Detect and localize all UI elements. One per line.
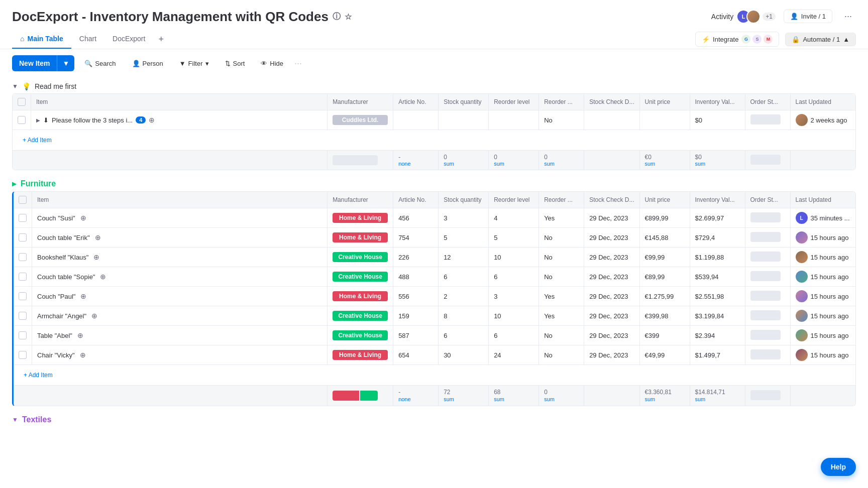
add-item-row-f[interactable]: + Add Item bbox=[14, 365, 855, 386]
new-item-button[interactable]: New Item ▼ bbox=[12, 55, 74, 71]
row-avatar-f-0: L bbox=[796, 212, 808, 224]
add-subitem-icon-f-6[interactable]: ⊕ bbox=[77, 331, 83, 339]
section-furniture: ▶ Furniture Item Manufacturer Article No… bbox=[12, 174, 856, 406]
integrate-button[interactable]: ⚡ Integrate G S M bbox=[695, 32, 779, 47]
info-icon[interactable]: ⓘ bbox=[333, 12, 341, 22]
add-subitem-icon[interactable]: ⊕ bbox=[149, 116, 155, 124]
add-subitem-icon-f-3[interactable]: ⊕ bbox=[100, 273, 106, 281]
table-row: Couch "Susi" ⊕ Home & Living 456 3 4 Yes… bbox=[14, 208, 855, 228]
row-checkbox-f-7[interactable] bbox=[19, 351, 27, 359]
table-row: Armchair "Angel" ⊕ Creative House 159 8 … bbox=[14, 306, 855, 326]
tabs-bar: ⌂ Main Table Chart DocExport + ⚡ Integra… bbox=[0, 30, 868, 49]
th-stock-check-rm: Stock Check D... bbox=[584, 94, 639, 110]
home-icon: ⌂ bbox=[20, 35, 24, 43]
chevron-up-icon: ▲ bbox=[843, 36, 849, 43]
th-item-rm: Item bbox=[31, 94, 328, 110]
th-order-f: Order St... bbox=[745, 192, 790, 208]
row-checkbox-f-6[interactable] bbox=[19, 331, 27, 339]
th-reorder-rm: Reorder ... bbox=[539, 94, 584, 110]
row-checkbox-f-2[interactable] bbox=[19, 253, 27, 261]
add-subitem-icon-f-5[interactable]: ⊕ bbox=[91, 312, 97, 320]
activity-button[interactable]: Activity L +1 bbox=[711, 10, 776, 24]
row-checkbox-f-1[interactable] bbox=[19, 233, 27, 241]
item-name-f-7: Chair "Vicky" bbox=[37, 351, 75, 359]
table-row: Bookshelf "Klaus" ⊕ Creative House 226 1… bbox=[14, 248, 855, 267]
item-badge-rm-1: 4 bbox=[136, 116, 146, 124]
item-cell-f-3: Couch table "Sopie" ⊕ bbox=[37, 273, 322, 281]
last-updated-cell-f-3: 15 hours ago bbox=[796, 271, 851, 283]
item-cell-f-1: Couch table "Erik" ⊕ bbox=[37, 233, 322, 241]
filter-button[interactable]: ▼ Filter ▾ bbox=[173, 57, 215, 70]
th-stock-f: Stock quantity bbox=[439, 192, 489, 208]
table-row: Couch table "Erik" ⊕ Home & Living 754 5… bbox=[14, 228, 855, 248]
row-checkbox-f-0[interactable] bbox=[19, 214, 27, 222]
row-checkbox-f-5[interactable] bbox=[19, 312, 27, 320]
help-button[interactable]: Help bbox=[821, 458, 856, 476]
row-checkbox-rm-1[interactable] bbox=[18, 116, 26, 124]
avatar-img bbox=[746, 10, 761, 24]
more-options-button[interactable]: ··· bbox=[840, 9, 856, 24]
section-furniture-toggle[interactable]: ▶ bbox=[12, 180, 17, 187]
automate-button[interactable]: 🔒 Automate / 1 ▲ bbox=[785, 33, 856, 46]
last-updated-text-f-6: 15 hours ago bbox=[811, 332, 849, 339]
app-title: DocExport - Inventory Management with QR… bbox=[12, 9, 352, 25]
section-textiles-title: Textiles bbox=[22, 415, 51, 424]
slack-icon: S bbox=[752, 35, 762, 44]
last-updated-text-rm-1: 2 weeks ago bbox=[811, 116, 847, 124]
person-button[interactable]: 👤 Person bbox=[126, 57, 169, 70]
row-checkbox-f-3[interactable] bbox=[19, 273, 27, 281]
item-cell-rm-1: ▶ ⬇ Please follow the 3 steps i... 4 ⊕ bbox=[36, 116, 322, 124]
item-name-f-5: Armchair "Angel" bbox=[37, 312, 86, 320]
select-all-f[interactable] bbox=[19, 196, 27, 204]
item-cell-f-6: Table "Abel" ⊕ bbox=[37, 331, 322, 339]
hide-button[interactable]: 👁 Hide bbox=[255, 57, 289, 70]
section-textiles: ▼ Textiles bbox=[12, 410, 856, 427]
last-updated-cell-f-2: 15 hours ago bbox=[796, 251, 851, 263]
order-status-box-f-1 bbox=[750, 232, 781, 242]
add-subitem-icon-f-2[interactable]: ⊕ bbox=[93, 253, 99, 261]
item-cell-f-2: Bookshelf "Klaus" ⊕ bbox=[37, 253, 322, 261]
sort-button[interactable]: ⇅ Sort bbox=[219, 57, 251, 70]
th-order-rm: Order St... bbox=[745, 94, 790, 110]
add-item-link-rm[interactable]: + Add Item bbox=[18, 134, 850, 147]
more-tools-button[interactable]: ··· bbox=[293, 58, 303, 69]
section-textiles-toggle[interactable]: ▼ bbox=[12, 416, 18, 423]
th-last-updated-rm: Last Updated bbox=[790, 94, 855, 110]
expand-icon[interactable]: ▶ bbox=[36, 117, 40, 123]
main-content: ▼ 💡 Read me first Item Manufacturer Arti… bbox=[0, 77, 868, 488]
th-article-rm: Article No. bbox=[393, 94, 439, 110]
footer-order-rm bbox=[750, 155, 781, 165]
add-subitem-icon-f-4[interactable]: ⊕ bbox=[80, 292, 86, 300]
search-button[interactable]: 🔍 Search bbox=[78, 57, 122, 70]
tab-docexport[interactable]: DocExport bbox=[104, 30, 153, 49]
add-subitem-icon-f-0[interactable]: ⊕ bbox=[80, 214, 86, 222]
add-subitem-icon-f-1[interactable]: ⊕ bbox=[95, 233, 101, 241]
new-item-dropdown-arrow[interactable]: ▼ bbox=[57, 55, 74, 71]
avatar-group: L +1 bbox=[736, 10, 776, 24]
table-row: Chair "Vicky" ⊕ Home & Living 654 30 24 … bbox=[14, 345, 855, 365]
row-checkbox-f-4[interactable] bbox=[19, 292, 27, 300]
add-item-link-f[interactable]: + Add Item bbox=[19, 369, 850, 382]
th-last-updated-f: Last Updated bbox=[790, 192, 855, 208]
last-updated-cell-f-4: 15 hours ago bbox=[796, 290, 851, 302]
tab-main-table[interactable]: ⌂ Main Table bbox=[12, 30, 71, 49]
add-item-row-rm[interactable]: + Add Item bbox=[13, 130, 855, 151]
th-check-f bbox=[14, 192, 32, 208]
read-me-data-table: Item Manufacturer Article No. Stock quan… bbox=[13, 94, 855, 170]
th-inventory-rm: Inventory Val... bbox=[690, 94, 745, 110]
select-all-rm[interactable] bbox=[18, 98, 26, 106]
section-furniture-header: ▶ Furniture bbox=[12, 174, 856, 191]
item-cell-f-5: Armchair "Angel" ⊕ bbox=[37, 312, 322, 320]
section-read-me-toggle[interactable]: ▼ bbox=[12, 83, 18, 90]
add-subitem-icon-f-7[interactable]: ⊕ bbox=[80, 351, 86, 359]
last-updated-text-f-4: 15 hours ago bbox=[811, 293, 849, 300]
bar-red bbox=[333, 391, 359, 401]
th-reorder-level-f: Reorder level bbox=[489, 192, 539, 208]
inventory-sum-f: $14.814,71 bbox=[695, 389, 725, 396]
furniture-table: Item Manufacturer Article No. Stock quan… bbox=[12, 191, 856, 406]
invite-button[interactable]: 👤 Invite / 1 bbox=[784, 10, 832, 23]
add-tab-button[interactable]: + bbox=[153, 30, 169, 49]
order-status-box-f-5 bbox=[750, 310, 781, 320]
tab-chart[interactable]: Chart bbox=[71, 30, 104, 49]
star-icon[interactable]: ☆ bbox=[345, 12, 352, 22]
